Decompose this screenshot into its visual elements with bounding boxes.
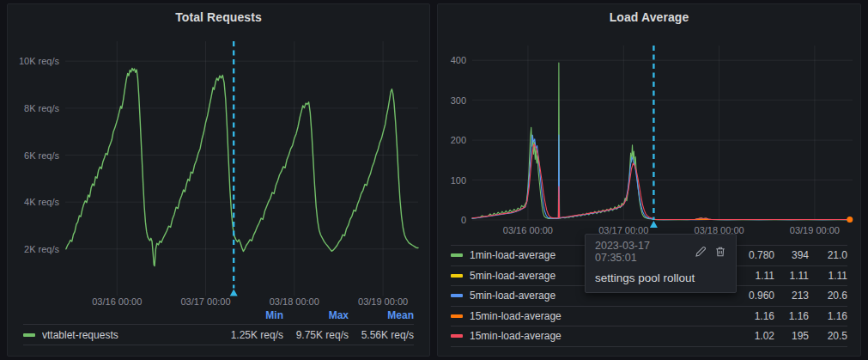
series-5min-load-average-blue	[472, 135, 850, 220]
legend-swatch	[451, 253, 463, 257]
annotation-tooltip-header: 2023-03-17 07:35:01	[586, 235, 736, 265]
legend-row: 15min-load-average1.161.161.16	[451, 306, 847, 326]
legend-row: 15min-load-average1.0219520.5	[451, 326, 847, 346]
series-1min-load-average	[472, 63, 850, 220]
legend-value: 20.6	[809, 290, 847, 302]
y-axis-tick-label: 200	[451, 135, 466, 145]
panel-title[interactable]: Total Requests	[8, 4, 429, 24]
legend-value: 21.0	[809, 249, 847, 261]
y-axis-tick-label: 400	[451, 55, 466, 65]
y-axis-tick-label: 8K req/s	[24, 103, 59, 113]
legend-header-row: MinMaxMean	[23, 307, 414, 324]
legend-value: 9.75K req/s	[283, 329, 349, 341]
legend-value: 1.25K req/s	[218, 329, 283, 341]
legend-row: vttablet-requests1.25K req/s9.75K req/s5…	[23, 324, 414, 345]
legend-total-requests: MinMaxMeanvttablet-requests1.25K req/s9.…	[23, 307, 414, 345]
legend-label[interactable]: vttablet-requests	[42, 329, 218, 341]
annotation-tooltip: 2023-03-17 07:35:01 settings pool rollou…	[585, 234, 737, 293]
legend-value: 213	[774, 290, 809, 302]
x-axis-tick-label: 03/16 00:00	[503, 225, 553, 235]
legend-value: 1.16	[774, 310, 809, 322]
x-axis-tick-label: 03/18 00:00	[270, 296, 319, 307]
total-requests-chart[interactable]: 2K req/s4K req/s6K req/s8K req/s10K req/…	[8, 27, 431, 314]
y-axis-tick-label: 300	[451, 95, 466, 106]
legend-header-max[interactable]: Max	[283, 309, 349, 321]
legend-swatch	[451, 294, 463, 297]
y-axis-tick-label: 0	[461, 215, 466, 225]
annotation-marker[interactable]	[230, 290, 238, 296]
legend-swatch	[451, 334, 463, 338]
panel-load-average: Load Average 010020030040003/16 00:0003/…	[437, 3, 861, 357]
legend-swatch	[451, 274, 463, 278]
x-axis-tick-label: 03/19 00:00	[790, 225, 840, 235]
legend-value: 1.02	[723, 330, 774, 342]
legend-value: 1.16	[809, 310, 847, 322]
legend-header-mean[interactable]: Mean	[349, 309, 414, 321]
series-vttablet-requests	[66, 68, 418, 265]
y-axis-tick-label: 10K req/s	[19, 56, 60, 66]
load-average-chart[interactable]: 010020030040003/16 00:0003/17 00:0003/18…	[438, 27, 862, 243]
y-axis-tick-label: 4K req/s	[24, 197, 59, 207]
x-axis-tick-label: 03/17 00:00	[180, 296, 230, 307]
tooltip-timestamp: 2023-03-17 07:35:01	[595, 240, 695, 264]
series-end-point	[847, 217, 853, 223]
y-axis-tick-label: 2K req/s	[24, 244, 59, 254]
legend-label[interactable]: 15min-load-average	[470, 330, 723, 342]
pencil-icon[interactable]	[695, 246, 707, 258]
y-axis-tick-label: 100	[451, 175, 466, 186]
x-axis-tick-label: 03/16 00:00	[92, 296, 142, 307]
legend-value: 5.56K req/s	[349, 329, 414, 341]
legend-value: 394	[774, 249, 809, 261]
panel-title[interactable]: Load Average	[438, 4, 860, 24]
legend-value: 1.11	[774, 270, 809, 282]
legend-swatch	[23, 333, 35, 337]
legend-value: 1.16	[723, 310, 774, 322]
legend-value: 195	[774, 330, 809, 342]
legend-value: 20.5	[809, 330, 847, 342]
dashboard-canvas: Total Requests 2K req/s4K req/s6K req/s8…	[0, 0, 868, 360]
x-axis-tick-label: 03/19 00:00	[358, 296, 408, 307]
legend-swatch	[451, 314, 463, 318]
annotation-marker[interactable]	[650, 221, 658, 228]
legend-label[interactable]: 15min-load-average	[470, 310, 723, 322]
tooltip-text: settings pool rollout	[586, 265, 736, 292]
legend-value: 1.11	[809, 270, 847, 282]
panel-total-requests: Total Requests 2K req/s4K req/s6K req/s8…	[7, 3, 430, 357]
trash-icon[interactable]	[714, 246, 726, 258]
legend-header-min[interactable]: Min	[218, 309, 283, 321]
y-axis-tick-label: 6K req/s	[24, 150, 59, 161]
